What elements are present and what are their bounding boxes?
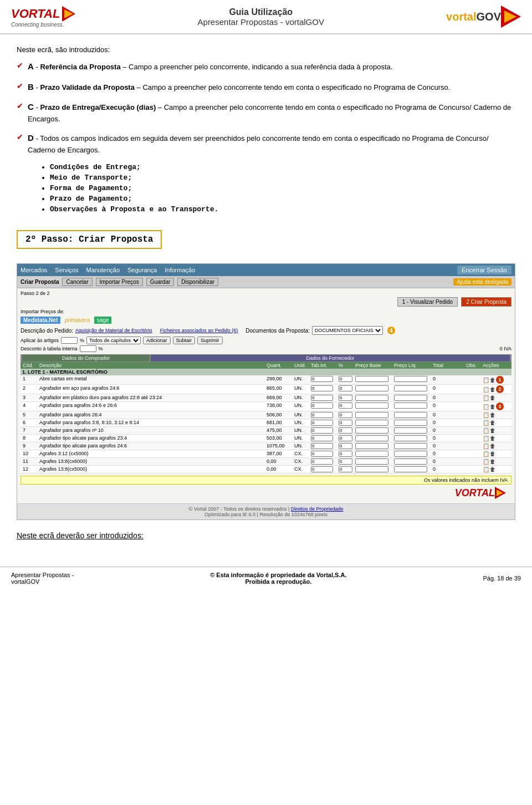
adicionar-button[interactable]: Adicionar — [143, 337, 171, 344]
action-icon-7a[interactable]: 📋 — [483, 427, 489, 434]
suprimir-button[interactable]: Suprimir — [197, 337, 223, 344]
pct-input-11[interactable] — [339, 458, 352, 465]
desconto-input[interactable] — [80, 345, 96, 352]
documentos-label: Documentos da Proposta: — [245, 328, 310, 334]
cancelar-button[interactable]: Cancelar — [62, 278, 92, 286]
medidata-logo[interactable]: Medidata.Net — [21, 317, 60, 324]
primavera-logo[interactable]: primavera — [65, 317, 89, 323]
pct-input-12[interactable] — [339, 466, 352, 472]
nav-servicos[interactable]: Serviços — [55, 267, 78, 273]
pct-input-7[interactable] — [339, 427, 352, 434]
action-icon-4a[interactable]: 📋 — [483, 404, 489, 410]
action-icon-7b[interactable]: 🗑 — [490, 427, 495, 434]
action-icon-2b[interactable]: 🗑 — [490, 386, 495, 393]
nav-mercados[interactable]: Mercados — [21, 267, 47, 273]
precoliq-input-6[interactable] — [394, 420, 427, 426]
tabint-input-7[interactable] — [311, 427, 333, 434]
pct-input-10[interactable] — [339, 451, 352, 457]
importar-button[interactable]: Importar Preços — [96, 278, 143, 286]
precoliq-input-4[interactable] — [394, 402, 427, 409]
footer-link[interactable]: Direitos de Propriedade — [291, 506, 344, 512]
nav-informacao[interactable]: Informação — [165, 267, 195, 273]
tabint-input-5[interactable] — [311, 412, 333, 418]
precobase-input-2[interactable] — [355, 385, 388, 391]
action-icon-1a[interactable]: 📋 — [483, 377, 489, 383]
tabint-input-8[interactable] — [311, 435, 333, 441]
sage-logo[interactable]: sage — [94, 317, 112, 324]
aplicar-input[interactable] — [61, 337, 78, 344]
pct-input-8[interactable] — [339, 435, 352, 441]
tab-visualizar[interactable]: 1 - Visualizar Pedido — [397, 297, 458, 307]
action-icon-12b[interactable]: 🗑 — [490, 466, 495, 472]
precoliq-input-12[interactable] — [394, 466, 427, 472]
action-icon-4b[interactable]: 🗑 — [490, 404, 495, 410]
precobase-input-8[interactable] — [355, 435, 388, 441]
tabint-input-2[interactable] — [311, 385, 333, 391]
precobase-input-1[interactable] — [355, 376, 388, 382]
action-icon-10b[interactable]: 🗑 — [490, 451, 495, 457]
pct-input-6[interactable] — [339, 420, 352, 426]
action-icon-10a[interactable]: 📋 — [483, 451, 489, 457]
capitulos-select[interactable]: Todos de capítulos — [86, 337, 141, 344]
ficheiros-link[interactable]: Ficheiros associados ao Pedido (6) — [160, 328, 238, 333]
tabint-input-11[interactable] — [311, 458, 333, 465]
precoliq-input-1[interactable] — [394, 376, 427, 382]
action-icon-5a[interactable]: 📋 — [483, 412, 489, 418]
precobase-input-4[interactable] — [355, 402, 388, 409]
tabint-input-9[interactable] — [311, 443, 333, 449]
pct-input-3[interactable] — [339, 395, 352, 401]
action-icon-1b[interactable]: 🗑 — [490, 377, 495, 383]
table-row: 3 Agrafador em plástico duro para agrafo… — [21, 394, 511, 402]
precobase-input-12[interactable] — [355, 466, 388, 472]
col-obs: Obs. — [466, 363, 482, 368]
precoliq-input-8[interactable] — [394, 435, 427, 441]
action-icon-2a[interactable]: 📋 — [483, 386, 489, 393]
precobase-input-11[interactable] — [355, 458, 388, 465]
action-icon-5b[interactable]: 🗑 — [490, 412, 495, 418]
pct-input-4[interactable] — [339, 402, 352, 409]
precoliq-input-2[interactable] — [394, 385, 427, 391]
pct-input-1[interactable] — [339, 376, 352, 382]
tabint-input-6[interactable] — [311, 420, 333, 426]
precoliq-input-9[interactable] — [394, 443, 427, 449]
nav-manutencao[interactable]: Manutenção — [86, 267, 120, 273]
action-icon-9a[interactable]: 📋 — [483, 443, 489, 449]
session-button[interactable]: Encerrar Sessão — [457, 266, 511, 274]
precoliq-input-7[interactable] — [394, 427, 427, 434]
precobase-input-10[interactable] — [355, 451, 388, 457]
action-icon-12a[interactable]: 📋 — [483, 466, 489, 472]
pct-input-2[interactable] — [339, 385, 352, 391]
action-icon-6a[interactable]: 📋 — [483, 420, 489, 426]
pct-input-9[interactable] — [339, 443, 352, 449]
precobase-input-6[interactable] — [355, 420, 388, 426]
documentos-select[interactable]: DOCUMENTOS OFICIAIS — [312, 326, 383, 335]
tabint-input-4[interactable] — [311, 402, 333, 409]
precobase-input-5[interactable] — [355, 412, 388, 418]
action-icon-8b[interactable]: 🗑 — [490, 435, 495, 441]
precoliq-input-10[interactable] — [394, 451, 427, 457]
tabint-input-10[interactable] — [311, 451, 333, 457]
guardar-button[interactable]: Guardar — [146, 278, 175, 286]
subtair-button[interactable]: Subtair — [173, 337, 196, 344]
tab-criar-proposta[interactable]: 2 Criar Proposta — [461, 297, 511, 307]
action-icon-3b[interactable]: 🗑 — [490, 395, 495, 401]
action-icon-6b[interactable]: 🗑 — [490, 420, 495, 426]
action-icon-11a[interactable]: 📋 — [483, 458, 489, 465]
nav-seguranca[interactable]: Segurança — [127, 267, 157, 273]
precoliq-input-11[interactable] — [394, 458, 427, 465]
action-icon-9b[interactable]: 🗑 — [490, 443, 495, 449]
precoliq-input-5[interactable] — [394, 412, 427, 418]
tabint-input-1[interactable] — [311, 376, 333, 382]
action-icon-11b[interactable]: 🗑 — [490, 458, 495, 465]
precobase-input-3[interactable] — [355, 395, 388, 401]
doc-desc-value[interactable]: Aquisição de Material de Escritório — [75, 328, 152, 333]
tabint-input-3[interactable] — [311, 395, 333, 401]
action-icon-8a[interactable]: 📋 — [483, 435, 489, 441]
disponibilizar-button[interactable]: Disponibilizar — [177, 278, 218, 286]
precoliq-input-3[interactable] — [394, 395, 427, 401]
tabint-input-12[interactable] — [311, 466, 333, 472]
precobase-input-9[interactable] — [355, 443, 388, 449]
action-icon-3a[interactable]: 📋 — [483, 395, 489, 401]
pct-input-5[interactable] — [339, 412, 352, 418]
precobase-input-7[interactable] — [355, 427, 388, 434]
